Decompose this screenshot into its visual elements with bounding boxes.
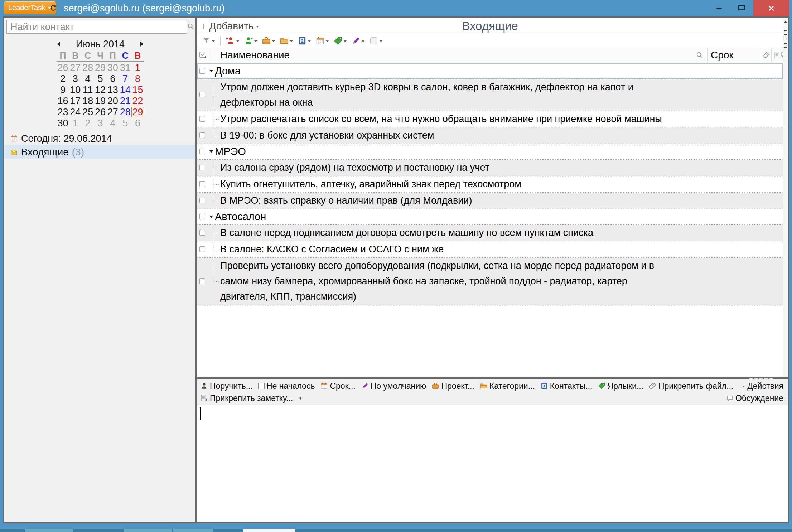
expander-icon[interactable] [209, 216, 213, 218]
task-row[interactable]: В 19-00: в бокс для установки охранных с… [197, 127, 783, 144]
detail-button-project[interactable]: Проект... [431, 381, 474, 391]
task-row[interactable]: Утром должен доставить курьер 3D ковры в… [197, 79, 783, 111]
calendar-day[interactable]: 20 [106, 96, 119, 106]
expander-icon[interactable] [209, 70, 213, 72]
group-checkbox[interactable] [199, 68, 205, 74]
detail-button-attach-file[interactable]: Прикрепить файл... [649, 381, 733, 391]
task-row[interactable]: В МРЭО: взять справку о наличии прав (дл… [197, 193, 783, 209]
toolbar-button-status[interactable] [368, 36, 384, 45]
detail-button-categories[interactable]: Категории... [480, 381, 535, 391]
group-checkbox[interactable] [199, 214, 205, 219]
calendar-day[interactable]: 6 [131, 118, 144, 129]
calendar-day[interactable]: 5 [119, 118, 131, 129]
scroll-up-icon[interactable] [784, 21, 787, 23]
detail-button-status[interactable]: Не началось [258, 381, 315, 391]
calendar-day[interactable]: 1 [131, 63, 144, 73]
calendar-day[interactable]: 26 [57, 63, 69, 73]
select-all-checkbox[interactable] [199, 52, 205, 58]
calendar-day[interactable]: 11 [82, 85, 94, 95]
calendar-day[interactable]: 2 [57, 74, 69, 84]
close-button[interactable] [753, 0, 789, 16]
task-checkbox[interactable] [199, 230, 205, 236]
search-icon[interactable] [187, 23, 195, 30]
calendar-day[interactable]: 5 [94, 74, 107, 84]
calendar-next-icon[interactable] [140, 42, 143, 47]
task-row[interactable]: В салоне: КАСКО с Согласием и ОСАГО с ни… [197, 241, 783, 258]
column-due[interactable]: Срок [711, 49, 734, 61]
calendar-day[interactable]: 21 [119, 96, 131, 106]
task-row[interactable]: Проверить установку всего допоборудовани… [197, 258, 783, 305]
task-row[interactable]: В салоне перед подписанием договора осмо… [197, 225, 783, 241]
calendar-day[interactable]: 9 [57, 85, 69, 95]
calendar-day[interactable]: 27 [69, 63, 82, 73]
calendar-day[interactable]: 28 [119, 107, 131, 117]
task-checkbox[interactable] [199, 165, 205, 170]
note-icon[interactable] [773, 51, 781, 59]
calendar-day[interactable]: 24 [69, 107, 82, 117]
calendar-day[interactable]: 12 [94, 85, 107, 95]
calendar-day[interactable]: 29 [131, 107, 144, 117]
task-checkbox[interactable] [199, 181, 205, 187]
discussion-button[interactable]: Обсуждение [726, 392, 783, 404]
task-group-row[interactable]: Автосалон [197, 209, 783, 225]
detail-button-assign[interactable]: Поручить... [200, 381, 253, 391]
toolbar-button-contacts[interactable] [296, 36, 312, 45]
calendar-day[interactable]: 30 [57, 118, 69, 129]
calendar-prev-icon[interactable] [57, 42, 60, 47]
calendar-day[interactable]: 26 [94, 107, 107, 117]
detail-button-due[interactable]: Срок... [320, 381, 355, 391]
toolbar-button-due-date[interactable] [314, 36, 330, 45]
calendar-day[interactable]: 25 [82, 107, 94, 117]
maximize-button[interactable] [731, 0, 752, 16]
detail-button-default-marker[interactable]: По умолчанию [361, 381, 426, 391]
task-checkbox[interactable] [199, 246, 205, 252]
task-checkbox[interactable] [199, 116, 205, 122]
detail-button-contacts[interactable]: Контакты... [540, 381, 593, 391]
note-editor[interactable] [197, 405, 788, 522]
toolbar-button-filter[interactable] [200, 36, 216, 45]
toolbar-button-assign-green[interactable] [242, 36, 259, 45]
task-group-row[interactable]: Дома [197, 63, 783, 79]
paperclip-icon[interactable] [763, 51, 771, 59]
sidebar-item-inbox[interactable]: Входящие (3) [4, 145, 195, 159]
vertical-scrollbar[interactable] [783, 18, 788, 377]
task-row[interactable]: Из салона сразу (рядом) на техосмотр и п… [197, 160, 783, 176]
add-task-button[interactable]: + Добавить [201, 18, 259, 34]
calendar-day[interactable]: 29 [94, 63, 107, 73]
calendar-day[interactable]: 8 [131, 74, 144, 84]
toolbar-button-label[interactable] [332, 36, 348, 45]
calendar-day[interactable]: 14 [119, 85, 131, 95]
calendar-day[interactable]: 4 [82, 74, 94, 84]
search-icon[interactable] [696, 51, 704, 59]
column-name[interactable]: Наименование [220, 49, 290, 61]
task-row[interactable]: Купить огнетушитель, аптечку, аварийный … [197, 176, 783, 193]
calendar-day[interactable]: 30 [106, 63, 119, 73]
detail-button-labels[interactable]: Ярлыки... [598, 381, 643, 391]
calendar-day[interactable]: 22 [131, 96, 144, 106]
calendar-day[interactable]: 28 [82, 63, 94, 73]
toolbar-button-marker[interactable] [350, 36, 366, 45]
calendar-day[interactable]: 27 [106, 107, 119, 117]
calendar-day[interactable]: 31 [119, 63, 131, 73]
toolbar-button-category[interactable] [278, 36, 294, 45]
calendar-day[interactable]: 17 [69, 96, 82, 106]
toolbar-button-project[interactable] [260, 36, 276, 45]
calendar-day[interactable]: 15 [131, 85, 144, 95]
calendar-day[interactable]: 2 [82, 118, 94, 129]
detail-button-attach-note[interactable]: Прикрепить заметку... [200, 393, 293, 403]
today-link[interactable]: Сегодня: 29.06.2014 [10, 132, 112, 145]
task-checkbox[interactable] [199, 198, 205, 203]
task-checkbox[interactable] [199, 278, 205, 284]
search-contact-input[interactable] [6, 20, 187, 34]
task-row[interactable]: Утром распечатать список со всем, на что… [197, 111, 783, 127]
calendar-day[interactable]: 18 [82, 96, 94, 106]
calendar-day[interactable]: 19 [94, 96, 107, 106]
group-checkbox[interactable] [199, 149, 205, 154]
calendar-day[interactable]: 13 [106, 85, 119, 95]
task-checkbox[interactable] [199, 132, 205, 138]
calendar-day[interactable]: 4 [106, 118, 119, 129]
leadertask-menu-button[interactable]: LeaderTask [4, 1, 56, 14]
toolbar-button-assign-red[interactable] [224, 36, 241, 45]
task-group-row[interactable]: МРЭО [197, 144, 783, 160]
calendar-day[interactable]: 16 [57, 96, 69, 106]
